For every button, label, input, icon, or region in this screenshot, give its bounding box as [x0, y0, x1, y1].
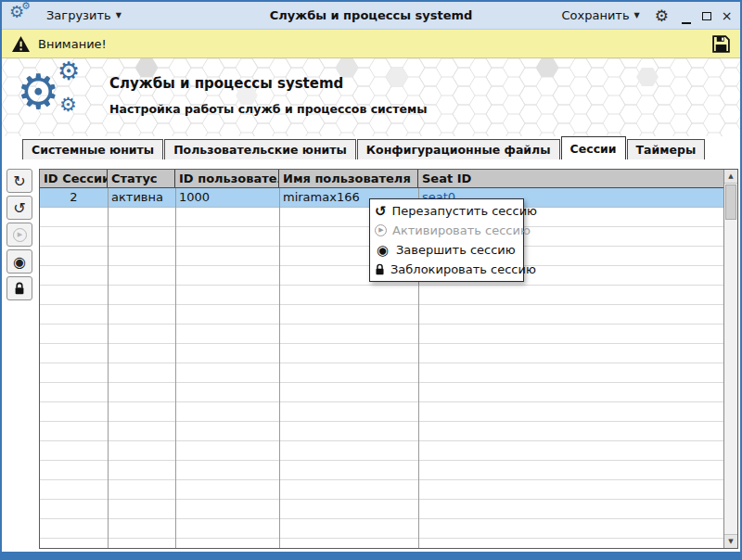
tab-sessions[interactable]: Сессии [561, 136, 626, 159]
scroll-up-button[interactable]: ▲ [724, 170, 737, 184]
restart-icon: ↺ [13, 199, 25, 217]
window-controls: × [680, 9, 733, 22]
tab-system-units[interactable]: Системные юниты [22, 139, 163, 159]
arrow-down-icon: ▼ [728, 538, 733, 545]
menu-item-activate-session: ▶ Активировать сессию [370, 221, 523, 240]
tab-config-files[interactable]: Конфигурационные файлы [357, 139, 560, 159]
tab-user-units[interactable]: Пользовательские юниты [164, 139, 356, 159]
column-divider [108, 188, 109, 548]
menu-item-lock-session[interactable]: Заблокировать сессию [370, 260, 523, 279]
gear-icon: ⚙ [21, 0, 31, 12]
scrollbar-thumb[interactable] [725, 185, 736, 220]
settings-gear-icon[interactable]: ⚙ [655, 6, 669, 25]
column-header-user-id[interactable]: ID пользователя [175, 170, 279, 187]
column-header-seat-id[interactable]: Seat ID [418, 170, 723, 187]
activate-session-button[interactable]: ▶ [6, 223, 32, 247]
menu-item-terminate-session[interactable]: ◉ Завершить сессию [370, 240, 523, 260]
cell-user-id: 1000 [175, 188, 279, 207]
save-button-label: Сохранить [561, 8, 629, 22]
cell-session-id: 2 [40, 188, 108, 207]
refresh-icon: ↻ [13, 172, 25, 190]
terminate-session-button[interactable]: ◉ [6, 249, 32, 274]
column-header-user-name[interactable]: Имя пользователя [279, 170, 418, 187]
column-divider [175, 188, 176, 548]
page-header: ⚙ ⚙ ⚙ Службы и процессы systemd Настройк… [2, 58, 740, 136]
context-menu: ↺ Перезапустить сессию ▶ Активировать се… [369, 198, 524, 282]
app-gears-icon: ⚙ ⚙ [9, 6, 33, 26]
minimize-icon [682, 22, 691, 24]
titlebar: ⚙ ⚙ Загрузить ▼ Службы и процессы system… [2, 2, 740, 30]
play-icon: ▶ [375, 224, 387, 236]
refresh-button[interactable]: ↻ [6, 169, 32, 193]
maximize-icon [702, 12, 711, 20]
cell-status: активна [108, 188, 175, 207]
menu-item-label: Активировать сессию [392, 223, 531, 237]
close-button[interactable]: × [721, 9, 733, 22]
lock-icon [14, 282, 25, 295]
chevron-down-icon: ▼ [634, 11, 640, 19]
menu-item-label: Завершить сессию [396, 243, 516, 257]
restart-session-button[interactable]: ↺ [6, 196, 32, 220]
warning-text: Внимание! [38, 37, 107, 51]
tab-timers[interactable]: Таймеры [627, 139, 706, 159]
header-gears-icon: ⚙ ⚙ ⚙ [17, 62, 96, 133]
vertical-scrollbar[interactable]: ▲ ▼ [723, 170, 737, 548]
table-header-row: ID Сессии Статус ID пользователя Имя пол… [40, 170, 723, 188]
save-file-icon[interactable] [711, 34, 731, 54]
scroll-down-button[interactable]: ▼ [724, 534, 737, 548]
column-header-session-id[interactable]: ID Сессии [40, 170, 108, 187]
warning-icon [11, 35, 31, 53]
tab-bar: Системные юниты Пользовательские юниты К… [2, 136, 740, 159]
page-subtitle: Настройка работы служб и процессов систе… [109, 102, 427, 116]
page-title: Службы и процессы systemd [109, 75, 427, 92]
play-icon: ▶ [13, 228, 27, 242]
menu-item-label: Заблокировать сессию [390, 262, 536, 276]
maximize-button[interactable] [700, 9, 712, 22]
warning-bar: Внимание! [2, 30, 740, 58]
menu-item-label: Перезапустить сессию [392, 204, 537, 218]
record-icon: ◉ [13, 253, 26, 271]
menu-item-restart-session[interactable]: ↺ Перезапустить сессию [370, 201, 523, 221]
save-button[interactable]: Сохранить ▼ [557, 6, 643, 25]
load-button-label: Загрузить [46, 8, 111, 22]
session-toolbar: ↻ ↺ ▶ ◉ [6, 169, 32, 300]
gear-icon: ⚙ [17, 64, 60, 120]
arrow-up-icon: ▲ [728, 172, 733, 180]
restart-icon: ↺ [375, 203, 387, 220]
gear-icon: ⚙ [58, 58, 80, 85]
lock-icon [375, 263, 385, 275]
column-divider [279, 188, 280, 548]
minimize-button[interactable] [680, 9, 692, 22]
load-button[interactable]: Загрузить ▼ [43, 6, 125, 25]
chevron-down-icon: ▼ [116, 11, 122, 19]
record-icon: ◉ [375, 242, 390, 259]
app-window: ⚙ ⚙ Загрузить ▼ Службы и процессы system… [0, 0, 742, 560]
column-header-status[interactable]: Статус [108, 170, 175, 187]
lock-session-button[interactable] [6, 276, 32, 300]
gear-icon: ⚙ [59, 94, 77, 116]
